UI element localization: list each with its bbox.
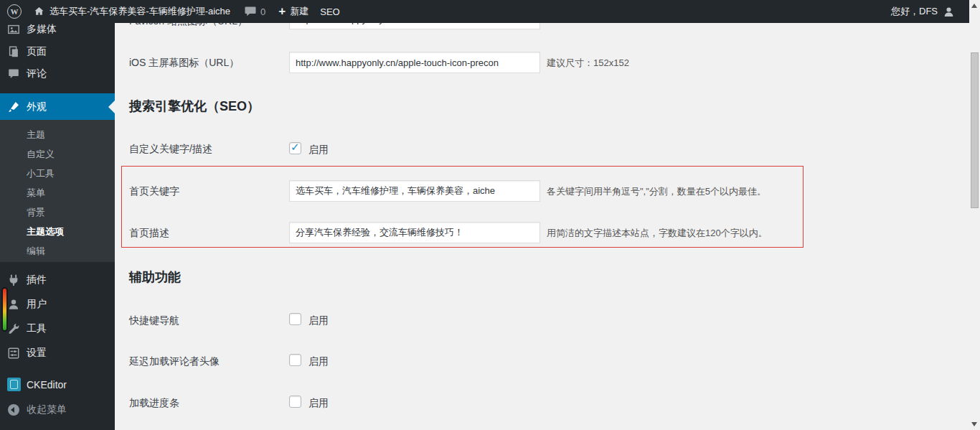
user-greeting[interactable]: 您好，DFS [891,5,938,18]
home-description-label: 首页描述 [129,226,169,239]
lazy-avatar-label: 延迟加载评论者头像 [129,355,220,368]
sidebar-item-label: 工具 [27,322,47,335]
comments-shortcut[interactable]: 0 [239,0,271,23]
sidebar-item-label: 用户 [27,298,47,311]
plus-icon: + [278,5,286,17]
wordpress-logo-icon: W [7,4,22,19]
custom-meta-label: 自定义关键字/描述 [129,142,212,155]
sidebar-item-label: CKEditor [27,379,67,391]
new-label: 新建 [290,5,308,18]
comment-bubble-icon [245,6,256,17]
shortcut-nav-enable-label: 启用 [308,314,329,327]
seo-section-title: 搜索引擎优化（SEO） [129,98,260,115]
submenu-item-theme-options[interactable]: 主题选项 [0,222,115,241]
sidebar-item-appearance[interactable]: 外观 [0,93,115,120]
progress-bar-label: 加载进度条 [129,396,179,409]
collapse-arrow-icon [6,404,21,416]
sidebar-item-users[interactable]: 用户 [0,293,115,315]
assist-section-title: 辅助功能 [129,268,181,286]
settings-icon [6,347,21,360]
home-description-input[interactable] [289,222,540,243]
home-keywords-hint: 各关键字间用半角逗号","分割，数量在5个以内最佳。 [547,185,766,197]
progress-bar-enable-label: 启用 [308,396,329,409]
submenu-item-themes[interactable]: 主题 [0,125,115,144]
home-icon [33,6,45,17]
custom-meta-checkbox[interactable] [289,142,301,154]
appearance-submenu: 主题 自定义 小工具 菜单 背景 主题选项 编辑 [0,120,115,262]
theme-options-panel: Favicon 站点图标（URL） iOS 主屏幕图标（URL） 建议尺寸：15… [115,0,969,430]
wrench-icon [6,322,21,335]
media-icon [6,23,21,36]
site-link[interactable]: 选车买车-汽车保养美容-车辆维修护理-aiche [27,0,236,23]
plugin-icon [6,274,21,286]
scrollbar-up-arrow[interactable] [971,4,977,8]
sidebar-item-label: 页面 [27,45,47,58]
comments-icon [6,67,21,80]
ios-icon-url-input[interactable] [289,52,540,73]
shortcut-nav-checkbox[interactable] [289,313,301,325]
sidebar-item-label: 插件 [27,274,47,286]
lazy-avatar-checkbox[interactable] [289,354,301,366]
sidebar-item-label: 设置 [27,347,47,360]
sidebar-item-comments[interactable]: 评论 [0,62,115,85]
pages-icon [6,45,21,58]
shortcut-nav-label: 快捷键导航 [129,314,179,327]
page-scrollbar [969,0,980,430]
sidebar-item-collapse-menu[interactable]: 收起菜单 [0,398,115,421]
paintbrush-icon [6,101,21,113]
home-keywords-input[interactable] [289,180,540,202]
seo-menu[interactable]: SEO [314,0,345,23]
seo-menu-label: SEO [320,6,339,17]
home-keywords-label: 首页关键字 [129,184,179,197]
scrollbar-thumb[interactable] [971,52,979,208]
admin-sidebar: 多媒体 页面 评论 外观 主题 自定义 小工具 菜单 背景 主题选项 编辑 插件 [0,0,115,430]
sidebar-item-tools[interactable]: 工具 [0,317,115,340]
submenu-item-background[interactable]: 背景 [0,202,115,222]
sidebar-item-label: 评论 [27,67,47,80]
ios-icon-hint: 建议尺寸：152x152 [547,57,629,69]
ios-icon-label: iOS 主屏幕图标（URL） [129,56,239,69]
custom-meta-enable-label: 启用 [308,143,329,156]
site-title: 选车买车-汽车保养美容-车辆维修护理-aiche [50,5,230,18]
sidebar-item-label: 外观 [27,101,47,113]
submenu-item-menus[interactable]: 菜单 [0,183,115,202]
sidebar-item-label: 多媒体 [27,23,57,36]
ckeditor-icon [6,378,21,391]
new-content-menu[interactable]: + 新建 [273,0,314,23]
avatar-icon[interactable] [943,6,955,18]
comment-count: 0 [260,6,265,17]
level-indicator-bar [1,287,8,332]
home-description-hint: 用简洁的文字描述本站点，字数建议在120个字以内。 [547,227,768,239]
scrollbar-down-arrow[interactable] [971,422,977,426]
sidebar-item-ckeditor[interactable]: CKEditor [0,373,115,396]
progress-bar-checkbox[interactable] [289,396,301,408]
sidebar-item-settings[interactable]: 设置 [0,342,115,364]
submenu-item-widgets[interactable]: 小工具 [0,164,115,183]
sidebar-item-label: 收起菜单 [27,403,67,416]
sidebar-item-pages[interactable]: 页面 [0,40,115,62]
admin-bar: W 选车买车-汽车保养美容-车辆维修护理-aiche 0 + 新建 SEO 您好… [0,0,969,23]
wp-logo-menu[interactable]: W [0,0,27,23]
lazy-avatar-enable-label: 启用 [308,355,329,368]
submenu-item-editor[interactable]: 编辑 [0,241,115,261]
submenu-item-customize[interactable]: 自定义 [0,144,115,164]
user-icon [6,298,21,311]
sidebar-item-plugins[interactable]: 插件 [0,268,115,291]
